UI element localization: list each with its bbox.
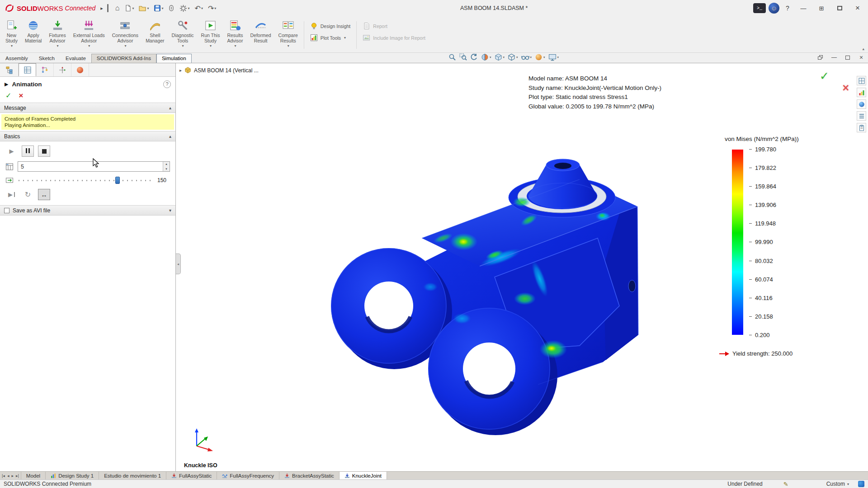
redo-button[interactable]: ↷▾ [206, 2, 218, 14]
fixtures-advisor-button[interactable]: Fixtures Advisor ▾ [45, 18, 69, 52]
redo-dropdown-icon[interactable]: ▾ [214, 6, 216, 10]
undo-button[interactable]: ↶▾ [193, 2, 205, 14]
edit-pencil-icon[interactable]: ✎ [783, 481, 788, 488]
save-dropdown-icon[interactable]: ▾ [161, 6, 163, 10]
section-dropdown-icon[interactable]: ▾ [490, 56, 491, 59]
loop-button[interactable]: ↻ [22, 189, 34, 200]
animation-confirm-button[interactable]: ✓ [820, 70, 829, 83]
tab-assembly[interactable]: Assembly [0, 54, 33, 63]
connections-dropdown-icon[interactable]: ▾ [124, 44, 126, 48]
reciprocate-button[interactable]: ↔ [38, 189, 50, 200]
connections-advisor-button[interactable]: Connections Advisor ▾ [108, 18, 142, 52]
home-button[interactable]: ⌂ [113, 2, 122, 14]
orientation-dropdown-icon[interactable]: ▾ [503, 56, 505, 59]
previous-view-button[interactable] [470, 53, 478, 61]
sphere-button[interactable] [857, 99, 866, 109]
include-image-for-report-button[interactable]: Include Image for Report [363, 34, 425, 42]
minimize-button[interactable]: — [796, 2, 811, 14]
section-view-button[interactable]: ▾ [481, 53, 491, 61]
doc-restore-button[interactable] [844, 54, 852, 61]
spinner-down-icon[interactable]: ▾ [163, 167, 170, 172]
tab-model[interactable]: Model [21, 472, 46, 479]
tab-motion-study[interactable]: Estudio de movimiento 1 [99, 472, 166, 479]
last-tab-button[interactable]: ▸| [16, 474, 19, 478]
save-avi-collapse-icon[interactable]: ▾ [169, 208, 171, 213]
save-avi-checkbox[interactable] [4, 208, 9, 213]
spinner-up-icon[interactable]: ▴ [163, 162, 170, 167]
knuckle-joint-stress-model[interactable] [326, 156, 643, 436]
play-button[interactable]: ▶ [5, 145, 18, 157]
tab-design-study-1[interactable]: Design Study 1 [46, 472, 99, 479]
clipboard-button[interactable] [857, 123, 866, 132]
external-loads-dropdown-icon[interactable]: ▾ [88, 44, 90, 48]
hide-show-dropdown-icon[interactable]: ▾ [530, 56, 532, 59]
next-tab-button[interactable]: ▸ [11, 474, 14, 478]
playback-speed-slider[interactable] [18, 176, 153, 184]
tab-bracketassystatic[interactable]: BracketAssyStatic [279, 472, 340, 479]
message-section-header[interactable]: Message ▴ [0, 103, 175, 113]
list-button[interactable] [857, 111, 866, 121]
apply-material-button[interactable]: Apply Material [21, 18, 45, 52]
save-button[interactable]: ▾ [151, 2, 165, 14]
run-this-study-button[interactable]: Run This Study ▾ [198, 18, 224, 52]
user-avatar[interactable]: ☺ [769, 3, 779, 14]
plot-tools-dropdown-icon[interactable]: ▾ [344, 36, 346, 40]
first-tab-button[interactable]: |◂ [2, 474, 5, 478]
slider-thumb[interactable] [115, 177, 120, 184]
ribbon-collapse-icon[interactable]: ▴ [862, 47, 864, 51]
collapse-triangle-icon[interactable]: ▶ [5, 81, 8, 87]
doc-close-button[interactable]: × [857, 54, 865, 61]
hide-show-items-button[interactable]: ▾ [521, 54, 532, 61]
breadcrumb-arrow-icon[interactable]: ▸ [179, 68, 182, 73]
play-from-start-button[interactable]: ▶ [5, 189, 18, 200]
doc-minimize-button[interactable]: — [830, 54, 838, 61]
view-settings-button[interactable]: ▾ [548, 54, 559, 61]
prev-tab-button[interactable]: ◂ [7, 474, 9, 478]
maximize-button[interactable] [832, 2, 847, 14]
settings-button[interactable]: ▾ [177, 2, 192, 14]
panes-button[interactable] [857, 76, 866, 85]
basics-section-header[interactable]: Basics ▴ [0, 131, 175, 141]
results-advisor-button[interactable]: Results Advisor ▾ [223, 18, 246, 52]
display-manager-tab[interactable] [71, 63, 89, 76]
view-settings-dropdown-icon[interactable]: ▾ [557, 56, 559, 59]
tab-fullassystatic[interactable]: FullAssyStatic [166, 472, 217, 479]
attach-button[interactable] [166, 2, 177, 14]
bar-chart-button[interactable] [857, 88, 866, 97]
compare-dropdown-icon[interactable]: ▾ [288, 44, 289, 48]
property-manager-tab[interactable] [19, 63, 36, 76]
display-style-button[interactable]: ▾ [508, 53, 518, 61]
help-button[interactable]: ? [782, 5, 793, 12]
frames-per-second-input[interactable] [18, 161, 170, 172]
new-study-dropdown-icon[interactable]: ▾ [11, 44, 13, 48]
save-avi-section-header[interactable]: Save as AVI file ▾ [0, 205, 175, 216]
tab-sketch[interactable]: Sketch [33, 54, 60, 63]
tab-solidworks-add-ins[interactable]: SOLIDWORKS Add-Ins [91, 54, 156, 63]
tab-fullassyfrequency[interactable]: FullAssyFrequency [217, 472, 279, 479]
configuration-manager-tab[interactable] [36, 63, 54, 76]
new-document-button[interactable]: ▾ [122, 2, 136, 14]
shell-manager-button[interactable]: Shell Manager [142, 18, 168, 52]
diagnostic-tools-button[interactable]: Diagnostic Tools ▾ [168, 18, 198, 52]
appearance-dropdown-icon[interactable]: ▾ [543, 56, 545, 59]
external-loads-advisor-button[interactable]: External Loads Advisor ▾ [70, 18, 108, 52]
tile-windows-button[interactable]: ⊞ [814, 2, 829, 14]
open-dropdown-icon[interactable]: ▾ [147, 6, 149, 10]
tab-knucklejoint[interactable]: KnuckleJoint [340, 472, 387, 479]
stop-button[interactable] [38, 145, 50, 157]
console-icon[interactable]: >_ [753, 3, 766, 13]
unit-system-dropdown-icon[interactable]: ▾ [847, 482, 849, 486]
tab-simulation[interactable]: Simulation [156, 54, 192, 63]
compare-results-button[interactable]: Compare Results ▾ [275, 18, 302, 52]
deformed-result-button[interactable]: Deformed Result [246, 18, 274, 52]
panel-cancel-button[interactable]: × [19, 93, 23, 99]
plot-tools-button[interactable]: Plot Tools ▾ [310, 34, 351, 42]
panel-ok-button[interactable]: ✓ [5, 91, 11, 100]
diagnostic-dropdown-icon[interactable]: ▾ [182, 44, 184, 48]
panel-splitter-handle[interactable]: ◂ [176, 253, 181, 274]
undo-dropdown-icon[interactable]: ▾ [201, 6, 203, 10]
new-study-button[interactable]: New Study ▾ [2, 18, 21, 52]
platform-status-icon[interactable] [858, 481, 864, 487]
zoom-fit-button[interactable] [448, 53, 456, 61]
menu-expand-icon[interactable]: ▸ [97, 5, 106, 11]
